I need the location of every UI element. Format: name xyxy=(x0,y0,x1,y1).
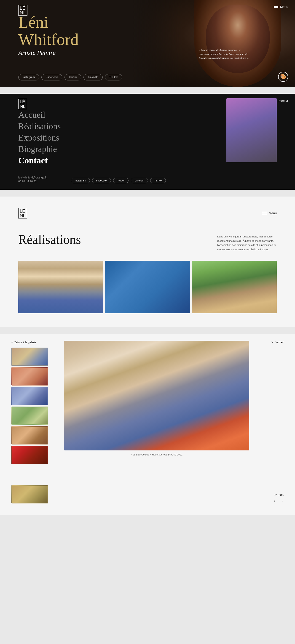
menu-tiktok-btn[interactable]: Tik Tok xyxy=(150,178,166,183)
gallery-image-2[interactable] xyxy=(105,261,190,313)
artist-subtitle: Artiste Peintre xyxy=(18,49,79,56)
nav-accueil[interactable]: Accueil xyxy=(18,110,61,120)
hero-palette-button[interactable]: 🎨 xyxy=(278,72,288,82)
gallery-image-1[interactable] xyxy=(18,261,103,313)
artist-name-line2: Whitford xyxy=(18,31,79,48)
real-gallery xyxy=(18,261,277,313)
thumbnail-list xyxy=(12,348,57,504)
hero-facebook-btn[interactable]: Facebook xyxy=(41,74,62,80)
hero-menu-button[interactable]: Menu xyxy=(274,5,288,9)
realisations-section: LÉ NL Menu Réalisations Dans un style fi… xyxy=(0,196,295,327)
menu-artist-photo xyxy=(226,98,277,162)
thumbnail-2[interactable] xyxy=(12,367,48,386)
thumbnail-4[interactable] xyxy=(12,406,48,425)
gap-3 xyxy=(0,327,295,334)
thumbnail-3[interactable] xyxy=(12,387,48,405)
hero-linkedin-btn[interactable]: LinkedIn xyxy=(84,74,102,80)
menu-navigation: Accueil Réalisations Expositions Biograp… xyxy=(18,110,61,167)
back-to-gallery-link[interactable]: < Retour à la galerie xyxy=(12,341,57,344)
thumbnail-1[interactable] xyxy=(12,348,48,366)
thumbnail-6[interactable] xyxy=(12,446,48,464)
gallery-image-3[interactable] xyxy=(192,261,277,313)
thumbnail-8[interactable] xyxy=(12,485,48,504)
hero-instagram-btn[interactable]: Instagram xyxy=(18,74,39,80)
real-top-bar: LÉ NL Menu xyxy=(18,208,277,218)
menu-phone: 06 81 44 90 42 xyxy=(18,180,37,183)
hero-artist-photo xyxy=(194,0,281,87)
menu-open-section: LÉ NL ✕ Fermer Accueil Réalisations Expo… xyxy=(0,94,295,190)
real-menu-lines-icon xyxy=(262,212,267,215)
menu-lines-icon xyxy=(274,6,278,8)
gap-2 xyxy=(0,190,295,196)
nav-biographie[interactable]: Biographie xyxy=(18,144,61,154)
real-description: Dans un style figuratif, photoréaliste, … xyxy=(217,232,277,252)
detail-close-label: Fermer xyxy=(275,341,283,344)
thumbnail-7[interactable] xyxy=(12,466,48,484)
real-menu-label: Menu xyxy=(269,212,277,215)
real-menu-button[interactable]: Menu xyxy=(262,208,277,218)
detail-counter: 01 / 08 ← → xyxy=(273,494,283,504)
detail-main-panel: « Je suis Charlie » Huile sur toile 50x1… xyxy=(57,341,256,504)
gallery-detail-section: < Retour à la galerie « Je suis Charlie … xyxy=(0,334,295,515)
detail-prev-button[interactable]: ← xyxy=(273,499,277,504)
close-label: Fermer xyxy=(278,99,288,102)
hero-social-buttons: Instagram Facebook Twitter LinkedIn Tik … xyxy=(18,74,122,80)
menu-twitter-btn[interactable]: Twitter xyxy=(113,178,128,183)
real-page-title: Réalisations xyxy=(18,232,81,247)
hero-tiktok-btn[interactable]: Tik Tok xyxy=(105,74,122,80)
gap-1 xyxy=(0,87,295,94)
detail-next-button[interactable]: → xyxy=(279,499,283,504)
detail-counter-number: 01 / 08 xyxy=(273,494,283,497)
menu-logo: LÉ NL xyxy=(18,99,27,109)
detail-caption: « Je suis Charlie » Huile sur toile 50x1… xyxy=(64,453,249,456)
real-title-row: Réalisations Dans un style figuratif, ph… xyxy=(18,232,277,252)
menu-label: Menu xyxy=(280,5,288,9)
detail-main-image xyxy=(64,341,249,450)
palette-icon: 🎨 xyxy=(280,74,286,80)
detail-navigation: ← → xyxy=(273,499,283,504)
menu-facebook-btn[interactable]: Facebook xyxy=(92,178,111,183)
detail-right-panel: ✕ Fermer 01 / 08 ← → xyxy=(256,341,283,504)
artist-name-line1: Léni xyxy=(18,14,79,31)
menu-instagram-btn[interactable]: Instagram xyxy=(71,178,90,183)
hero-quote: « Enfant, je crée des bandes dessinées, … xyxy=(199,48,249,60)
hero-twitter-btn[interactable]: Twitter xyxy=(65,74,81,80)
close-x-icon: ✕ xyxy=(271,341,273,344)
menu-linkedin-btn[interactable]: LinkedIn xyxy=(131,178,148,183)
hero-section: LÉ NL Menu Léni Whitford Artiste Peintre… xyxy=(0,0,295,87)
real-logo: LÉ NL xyxy=(18,208,27,218)
menu-social-buttons: Instagram Facebook Twitter LinkedIn Tik … xyxy=(71,178,166,183)
nav-contact[interactable]: Contact xyxy=(18,156,61,166)
menu-email[interactable]: leni.whitford@orange.fr xyxy=(18,176,47,179)
thumbnail-5[interactable] xyxy=(12,426,48,444)
nav-realisations[interactable]: Réalisations xyxy=(18,121,61,131)
detail-left-panel: < Retour à la galerie xyxy=(12,341,57,504)
nav-expositions[interactable]: Expositions xyxy=(18,132,61,142)
menu-contact-info: leni.whitford@orange.fr 06 81 44 90 42 xyxy=(18,176,47,183)
detail-close-button[interactable]: ✕ Fermer xyxy=(271,341,283,344)
hero-title: Léni Whitford Artiste Peintre xyxy=(18,14,79,56)
